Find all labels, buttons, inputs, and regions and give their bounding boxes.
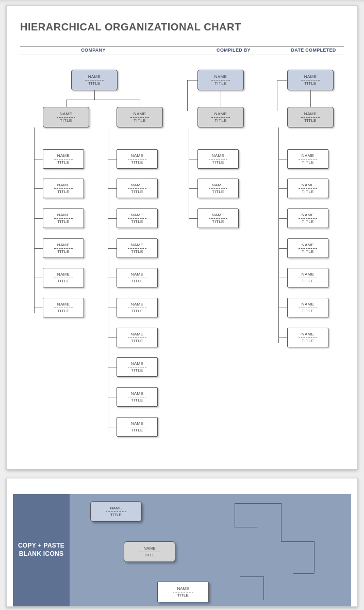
leaf-card-b-4[interactable]: NAMETITLE <box>117 268 158 287</box>
card-name: NAME <box>212 183 224 187</box>
card-title: TITLE <box>302 189 313 194</box>
top-card-d[interactable]: NAMETITLE <box>287 70 334 90</box>
card-name: NAME <box>212 213 224 217</box>
leaf-card-d-3[interactable]: NAMETITLE <box>287 238 328 258</box>
card-title: TITLE <box>131 160 143 165</box>
card-name: NAME <box>214 74 227 79</box>
mid-card-a[interactable]: NAMETITLE <box>43 107 89 127</box>
leaf-card-b-7[interactable]: NAMETITLE <box>117 357 158 377</box>
card-name: NAME <box>143 546 155 551</box>
card-title: TITLE <box>131 309 143 313</box>
sample-card-gray[interactable]: NAMETITLE <box>124 541 175 562</box>
top-card-c[interactable]: NAMETITLE <box>197 70 244 90</box>
leaf-card-c-0[interactable]: NAMETITLE <box>197 149 239 169</box>
leaf-card-d-6[interactable]: NAMETITLE <box>287 328 328 347</box>
card-divider <box>211 117 230 118</box>
card-name: NAME <box>57 183 70 187</box>
card-divider <box>299 218 317 219</box>
card-name: NAME <box>88 74 101 79</box>
card-divider <box>301 80 320 81</box>
sample-card-blue[interactable]: NAMETITLE <box>90 501 142 522</box>
connector-line <box>278 188 287 189</box>
leaf-card-b-6[interactable]: NAMETITLE <box>117 328 158 347</box>
leaf-card-b-8[interactable]: NAMETITLE <box>117 387 158 407</box>
card-title: TITLE <box>57 160 69 165</box>
card-name: NAME <box>57 153 70 158</box>
connector-line <box>240 576 263 577</box>
card-divider <box>106 511 126 512</box>
leaf-card-d-2[interactable]: NAMETITLE <box>287 208 328 228</box>
leaf-card-c-1[interactable]: NAMETITLE <box>197 179 239 198</box>
leaf-card-a-2[interactable]: NAMETITLE <box>43 208 84 228</box>
leaf-card-b-1[interactable]: NAMETITLE <box>117 179 158 198</box>
card-name: NAME <box>302 332 314 336</box>
connector-line <box>263 576 264 600</box>
connector-line <box>34 188 43 189</box>
card-name: NAME <box>110 506 122 510</box>
org-chart-page: HIERARCHICAL ORGANIZATIONAL CHART COMPAN… <box>6 5 358 470</box>
card-name: NAME <box>131 332 143 336</box>
card-divider <box>128 218 146 219</box>
card-title: TITLE <box>212 160 224 165</box>
connector-line <box>278 248 287 249</box>
leaf-card-a-5[interactable]: NAMETITLE <box>43 298 84 317</box>
connector-line <box>314 541 315 573</box>
card-title: TITLE <box>214 81 226 86</box>
card-divider <box>299 159 317 159</box>
card-title: TITLE <box>57 279 69 283</box>
leaf-card-b-0[interactable]: NAMETITLE <box>117 149 158 169</box>
sample-card-white[interactable]: NAMETITLE <box>157 582 209 602</box>
connector-line <box>189 218 197 219</box>
connector-line <box>94 90 95 100</box>
leaf-card-a-3[interactable]: NAMETITLE <box>43 238 84 258</box>
card-name: NAME <box>131 302 143 307</box>
header-company: COMPANY <box>62 47 124 53</box>
leaf-card-a-0[interactable]: NAMETITLE <box>43 149 84 169</box>
card-name: NAME <box>212 153 224 158</box>
leaf-card-d-1[interactable]: NAMETITLE <box>287 179 328 198</box>
connector-line <box>293 573 314 574</box>
card-name: NAME <box>131 361 143 366</box>
header-rule-top <box>20 46 344 47</box>
top-card-a[interactable]: NAMETITLE <box>71 70 118 90</box>
leaf-card-b-3[interactable]: NAMETITLE <box>117 238 158 258</box>
mid-card-c[interactable]: NAMETITLE <box>197 107 244 127</box>
card-divider <box>54 188 73 189</box>
connector-line <box>34 308 43 308</box>
card-divider <box>128 278 146 278</box>
leaf-card-d-4[interactable]: NAMETITLE <box>287 268 328 287</box>
leaf-card-b-5[interactable]: NAMETITLE <box>117 298 158 317</box>
mid-card-d[interactable]: NAMETITLE <box>287 107 334 127</box>
card-name: NAME <box>131 421 143 426</box>
leaf-card-d-0[interactable]: NAMETITLE <box>287 149 328 169</box>
connector-line <box>108 218 117 219</box>
card-divider <box>128 338 146 338</box>
card-title: TITLE <box>110 512 122 517</box>
card-divider <box>211 80 230 81</box>
connector-line <box>34 248 43 249</box>
leaf-card-b-2[interactable]: NAMETITLE <box>117 208 158 228</box>
leaf-card-b-9[interactable]: NAMETITLE <box>117 417 158 437</box>
card-divider <box>128 427 146 427</box>
leaf-card-a-4[interactable]: NAMETITLE <box>43 268 84 287</box>
connector-line <box>108 278 117 278</box>
card-title: TITLE <box>131 368 143 373</box>
connector-line <box>140 100 140 107</box>
leaf-card-d-5[interactable]: NAMETITLE <box>287 298 328 317</box>
connector-line <box>66 100 67 107</box>
card-divider <box>128 367 146 367</box>
connector-line <box>189 127 189 223</box>
card-name: NAME <box>302 302 314 307</box>
connector-line <box>34 218 43 219</box>
leaf-card-a-1[interactable]: NAMETITLE <box>43 179 84 198</box>
card-name: NAME <box>57 213 70 217</box>
card-divider <box>299 338 317 338</box>
card-divider <box>139 552 160 552</box>
card-divider <box>299 308 317 308</box>
card-title: TITLE <box>214 118 226 123</box>
connector-line <box>108 427 117 427</box>
card-divider <box>299 278 317 278</box>
card-title: TITLE <box>302 339 313 343</box>
mid-card-b[interactable]: NAMETITLE <box>117 107 163 127</box>
leaf-card-c-2[interactable]: NAMETITLE <box>197 208 239 228</box>
